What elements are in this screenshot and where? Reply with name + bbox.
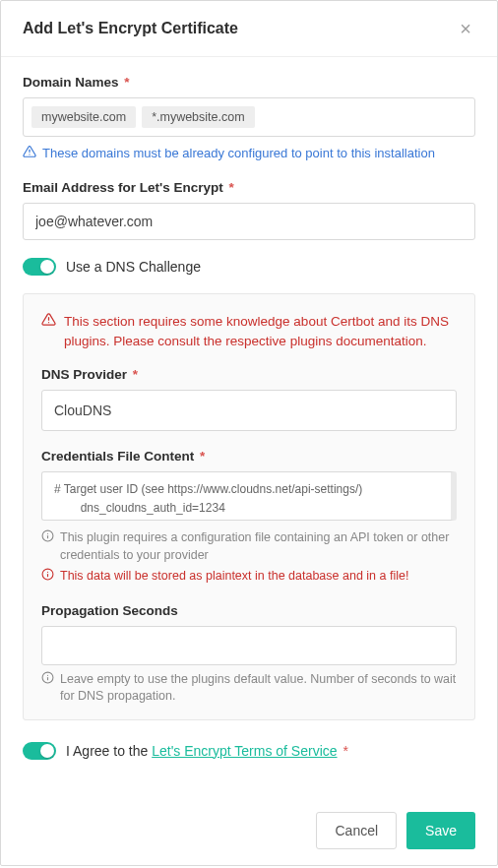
domain-info: These domains must be already configured… bbox=[23, 145, 475, 162]
agree-toggle-row: I Agree to the Let's Encrypt Terms of Se… bbox=[23, 742, 475, 760]
modal-add-cert: Add Let's Encrypt Certificate × Domain N… bbox=[0, 0, 498, 866]
dns-provider-value: ClouDNS bbox=[54, 403, 111, 418]
dns-provider-select[interactable]: ClouDNS bbox=[41, 390, 457, 431]
required-asterisk: * bbox=[340, 743, 348, 759]
domain-tag[interactable]: *.mywebsite.com bbox=[142, 106, 254, 128]
dns-provider-label-text: DNS Provider bbox=[41, 367, 127, 382]
creds-label: Credentials File Content * bbox=[41, 449, 457, 464]
save-button[interactable]: Save bbox=[406, 812, 475, 849]
warning-triangle-icon bbox=[41, 312, 56, 327]
dns-provider-label: DNS Provider * bbox=[41, 367, 457, 382]
dns-section-warning: This section requires some knowledge abo… bbox=[41, 312, 457, 352]
agree-prefix: I Agree to the bbox=[66, 743, 152, 759]
info-circle-icon bbox=[41, 529, 54, 542]
dns-challenge-toggle-label: Use a DNS Challenge bbox=[66, 259, 201, 275]
domain-names-label: Domain Names * bbox=[23, 75, 475, 90]
dns-challenge-toggle-row: Use a DNS Challenge bbox=[23, 258, 475, 276]
creds-danger: This data will be stored as plaintext in… bbox=[41, 568, 457, 586]
propagation-help: Leave empty to use the plugins default v… bbox=[41, 671, 457, 706]
domain-info-text: These domains must be already configured… bbox=[42, 145, 435, 162]
warning-triangle-icon bbox=[23, 145, 36, 158]
dns-section: This section requires some knowledge abo… bbox=[23, 293, 475, 720]
email-label: Email Address for Let's Encrypt * bbox=[23, 180, 475, 195]
propagation-input[interactable] bbox=[41, 626, 457, 665]
dns-section-warning-text: This section requires some knowledge abo… bbox=[64, 312, 457, 352]
modal-body: Domain Names * mywebsite.com *.mywebsite… bbox=[1, 57, 497, 800]
tos-link[interactable]: Let's Encrypt Terms of Service bbox=[152, 743, 337, 759]
info-circle-icon bbox=[41, 568, 54, 581]
creds-label-text: Credentials File Content bbox=[41, 449, 194, 464]
creds-danger-text: This data will be stored as plaintext in… bbox=[60, 568, 408, 586]
propagation-help-text: Leave empty to use the plugins default v… bbox=[60, 671, 457, 706]
email-label-text: Email Address for Let's Encrypt bbox=[23, 180, 223, 195]
agree-label: I Agree to the Let's Encrypt Terms of Se… bbox=[66, 743, 348, 759]
modal-footer: Cancel Save bbox=[1, 800, 497, 865]
creds-help-text: This plugin requires a configuration fil… bbox=[60, 529, 457, 564]
required-asterisk: * bbox=[225, 180, 234, 195]
creds-help: This plugin requires a configuration fil… bbox=[41, 529, 457, 564]
required-asterisk: * bbox=[129, 367, 138, 382]
email-field[interactable] bbox=[23, 203, 475, 240]
cancel-button[interactable]: Cancel bbox=[316, 812, 397, 849]
propagation-label: Propagation Seconds bbox=[41, 603, 457, 618]
modal-title: Add Let's Encrypt Certificate bbox=[23, 20, 238, 37]
required-asterisk: * bbox=[121, 75, 130, 90]
dns-challenge-toggle[interactable] bbox=[23, 258, 56, 276]
close-icon[interactable]: × bbox=[456, 19, 475, 38]
modal-header: Add Let's Encrypt Certificate × bbox=[1, 1, 497, 57]
domain-names-input[interactable]: mywebsite.com *.mywebsite.com bbox=[23, 97, 475, 137]
info-circle-icon bbox=[41, 671, 54, 684]
required-asterisk: * bbox=[196, 449, 205, 464]
agree-toggle[interactable] bbox=[23, 742, 56, 760]
domain-names-label-text: Domain Names bbox=[23, 75, 119, 90]
domain-tag[interactable]: mywebsite.com bbox=[31, 106, 136, 128]
creds-textarea[interactable] bbox=[41, 471, 457, 521]
